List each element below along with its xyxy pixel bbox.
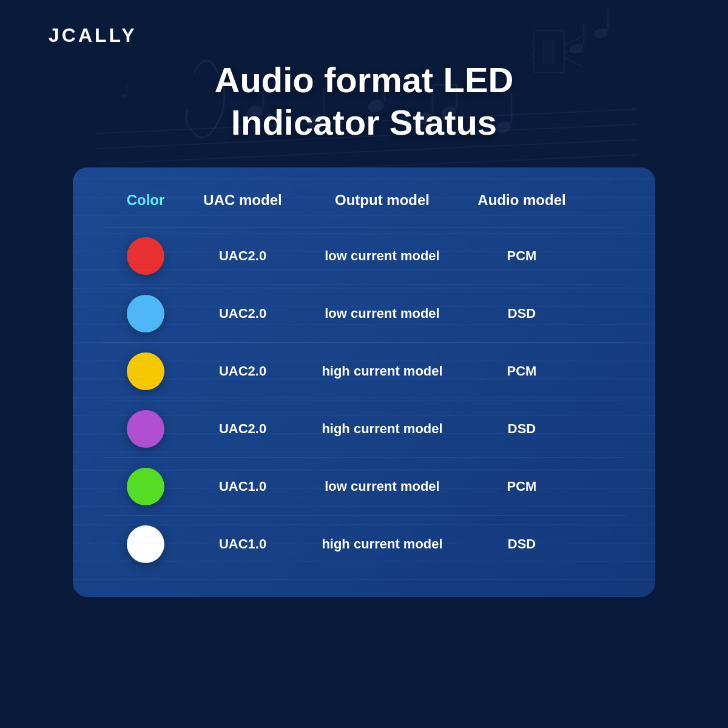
color-cell [103,295,188,332]
color-circle-purple [127,410,164,448]
output-model-cell: low current model [297,248,467,264]
uac-model-cell: UAC2.0 [188,306,297,322]
table-row: UAC2.0low current modelPCM [103,227,625,285]
table-row: UAC1.0high current modelDSD [103,515,625,573]
table-header: Color UAC model Output model Audio model [103,192,625,215]
col-header-audio: Audio model [467,192,576,209]
table-row: UAC2.0high current modelPCM [103,342,625,400]
uac-model-cell: UAC1.0 [188,536,297,552]
uac-model-cell: UAC2.0 [188,363,297,379]
col-header-uac: UAC model [188,192,297,209]
audio-model-cell: DSD [467,306,576,322]
header-section: JCALLY Audio format LED Indicator Status [49,24,679,167]
color-cell [103,525,188,563]
table-row: UAC2.0high current modelDSD [103,400,625,457]
table-row: UAC1.0low current modelPCM [103,457,625,515]
color-circle-green [127,468,164,505]
col-header-color: Color [103,192,188,209]
output-model-cell: low current model [297,306,467,322]
uac-model-cell: UAC1.0 [188,479,297,494]
color-circle-yellow [127,352,164,390]
col-header-output: Output model [297,192,467,209]
table-body: UAC2.0low current modelPCMUAC2.0low curr… [103,227,625,573]
color-cell [103,410,188,448]
color-cell [103,237,188,275]
color-circle-red [127,237,164,275]
table-row: UAC2.0low current modelDSD [103,285,625,342]
uac-model-cell: UAC2.0 [188,248,297,264]
color-cell [103,352,188,390]
output-model-cell: high current model [297,421,467,437]
output-model-cell: low current model [297,479,467,494]
output-model-cell: high current model [297,363,467,379]
audio-model-cell: DSD [467,536,576,552]
audio-model-cell: PCM [467,363,576,379]
brand-logo: JCALLY [49,24,137,47]
color-circle-blue [127,295,164,332]
content-area: JCALLY Audio format LED Indicator Status… [0,0,728,728]
color-circle-white [127,525,164,563]
page-title: Audio format LED Indicator Status [215,59,514,143]
audio-model-cell: DSD [467,421,576,437]
audio-model-cell: PCM [467,248,576,264]
led-table-card: Color UAC model Output model Audio model… [73,167,655,597]
audio-model-cell: PCM [467,479,576,494]
color-cell [103,468,188,505]
output-model-cell: high current model [297,536,467,552]
uac-model-cell: UAC2.0 [188,421,297,437]
page-wrapper: ♩ ♪ ♫ ♬ JCALLY Audio format LED Indicato… [0,0,728,728]
